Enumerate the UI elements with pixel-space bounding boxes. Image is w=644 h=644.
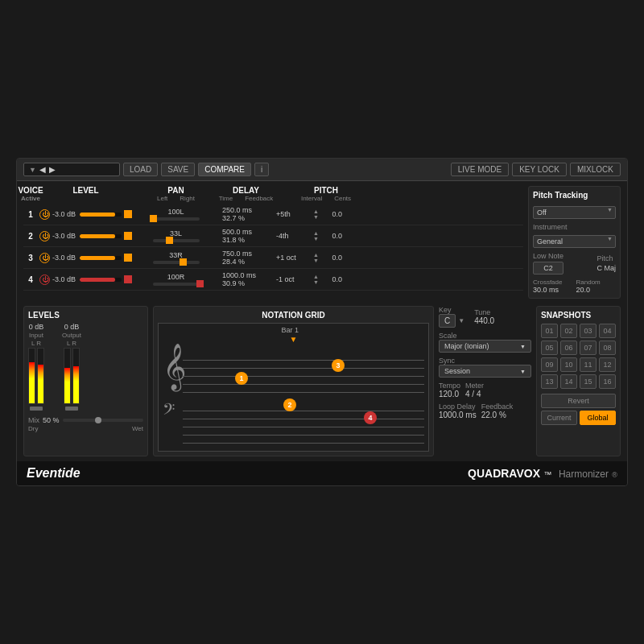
snapshot-btn-14[interactable]: 14 bbox=[560, 374, 577, 389]
low-note-pitch-row: Low Note C2 Pitch C Maj bbox=[533, 252, 616, 275]
mix-lock-button[interactable]: MIXLOCK bbox=[570, 163, 621, 176]
bass-line-4 bbox=[183, 435, 424, 436]
pitch-cell-1: +5th ▲▼ 0.0 bbox=[274, 208, 378, 220]
snapshot-btn-09[interactable]: 09 bbox=[541, 357, 558, 372]
mix-row: Mix 50 % bbox=[28, 416, 143, 424]
voice-col-header: VOICE Active bbox=[23, 186, 38, 202]
snapshot-btn-16[interactable]: 16 bbox=[599, 374, 616, 389]
snapshot-btn-10[interactable]: 10 bbox=[560, 357, 577, 372]
pan-thumb-3[interactable] bbox=[180, 258, 187, 266]
level-indicator-4[interactable] bbox=[124, 275, 132, 283]
preset-selector[interactable]: ▼ ◀ ▶ bbox=[23, 163, 120, 176]
pan-thumb-1[interactable] bbox=[150, 215, 157, 222]
key-scale-panel: Key C ▼ Tune 440.0 Scale Major (Ionian)▼ bbox=[439, 306, 531, 456]
loop-feedback-label: Feedback bbox=[481, 402, 514, 411]
live-mode-button[interactable]: LIVE MODE bbox=[451, 163, 509, 176]
output-meter-L bbox=[64, 348, 71, 404]
output-meter-col: 0 dB Output L R bbox=[62, 323, 81, 412]
compare-button[interactable]: COMPARE bbox=[198, 163, 251, 176]
snapshot-btn-05[interactable]: 05 bbox=[541, 341, 558, 355]
low-note-value[interactable]: C2 bbox=[533, 262, 564, 275]
tune-value: 440.0 bbox=[474, 316, 494, 325]
staff-line-4 bbox=[183, 384, 424, 385]
pitch-arrows-2[interactable]: ▲▼ bbox=[313, 230, 319, 242]
power-btn-1[interactable]: ⏻ bbox=[39, 209, 50, 220]
key-select[interactable]: C bbox=[439, 314, 456, 328]
snapshot-btn-01[interactable]: 01 bbox=[541, 324, 558, 338]
voice-num-2: 2 bbox=[23, 232, 38, 241]
pan-track-2[interactable] bbox=[153, 239, 200, 242]
product-name: QUADRAVOX bbox=[468, 467, 540, 480]
note-3[interactable]: 3 bbox=[332, 359, 345, 372]
pan-thumb-2[interactable] bbox=[166, 237, 173, 244]
pan-track-1[interactable] bbox=[153, 217, 200, 221]
snapshot-btn-11[interactable]: 11 bbox=[580, 357, 597, 372]
info-button[interactable]: i bbox=[254, 163, 269, 176]
load-button[interactable]: LOAD bbox=[123, 163, 158, 176]
output-db: 0 dB bbox=[64, 323, 80, 331]
snapshot-btn-04[interactable]: 04 bbox=[599, 324, 616, 338]
voice-active-4: ⏻ -3.0 dB bbox=[39, 275, 132, 285]
meters-row: 0 dB Input L R 0 dB bbox=[28, 323, 143, 412]
snapshot-btn-02[interactable]: 02 bbox=[560, 324, 577, 338]
pan-track-4[interactable] bbox=[153, 283, 200, 286]
dry-label: Dry bbox=[28, 425, 38, 432]
output-label: Output bbox=[62, 332, 81, 339]
snapshot-btn-06[interactable]: 06 bbox=[560, 341, 577, 355]
instrument-select[interactable]: General bbox=[533, 235, 616, 248]
pitch-arrows-3[interactable]: ▲▼ bbox=[313, 252, 319, 263]
revert-button[interactable]: Revert bbox=[541, 394, 616, 408]
snapshot-btn-03[interactable]: 03 bbox=[580, 324, 597, 338]
level-indicator-2[interactable] bbox=[124, 232, 132, 240]
pitch-arrows-1[interactable]: ▲▼ bbox=[313, 208, 319, 220]
input-fader[interactable] bbox=[30, 407, 43, 411]
delay-feedback-2: 31.8 % bbox=[222, 236, 245, 244]
power-btn-3[interactable]: ⏻ bbox=[39, 253, 50, 263]
harmonizer-label: Harmonizer bbox=[559, 469, 609, 480]
input-meter-R bbox=[37, 348, 44, 404]
loop-delay-value: 1000.0 ms bbox=[439, 411, 477, 419]
level-indicator-3[interactable] bbox=[124, 254, 132, 262]
feedback-group: Feedback 22.0 % bbox=[481, 402, 514, 419]
tempo-value: 120.0 bbox=[439, 390, 460, 398]
tracking-select-wrap[interactable]: Off bbox=[533, 204, 616, 219]
delay-time-1: 250.0 ms bbox=[222, 206, 252, 214]
mix-slider[interactable] bbox=[63, 419, 143, 422]
voice-rows: 1 ⏻ -3.0 dB 100L 250.0 ms 32.7 % +5th ▲▼… bbox=[23, 204, 523, 291]
power-btn-2[interactable]: ⏻ bbox=[39, 231, 50, 242]
tracking-select[interactable]: Off bbox=[533, 206, 616, 219]
save-button[interactable]: SAVE bbox=[161, 163, 195, 176]
sync-select[interactable]: Session▼ bbox=[439, 365, 531, 378]
note-1[interactable]: 1 bbox=[235, 372, 248, 385]
notation-grid[interactable]: Bar 1 ▼ 𝄞 𝄢 1 2 3 bbox=[158, 323, 429, 452]
pan-thumb-4[interactable] bbox=[196, 280, 204, 287]
snapshot-btn-07[interactable]: 07 bbox=[580, 341, 597, 355]
key-lock-button[interactable]: KEY LOCK bbox=[512, 163, 567, 176]
note-4[interactable]: 4 bbox=[364, 411, 377, 424]
level-db-1: -3.0 dB bbox=[52, 210, 76, 218]
preset-nav-back[interactable]: ◀ bbox=[39, 165, 46, 174]
pitch-tracking-panel: Pitch Tracking Off Instrument General bbox=[528, 186, 621, 299]
snapshot-btn-13[interactable]: 13 bbox=[541, 374, 558, 389]
voice-row-4: 4 ⏻ -3.0 dB 100R 1000.0 ms 30.9 % -1 oct… bbox=[23, 269, 523, 291]
pitch-arrows-4[interactable]: ▲▼ bbox=[313, 274, 319, 285]
current-button[interactable]: Current bbox=[541, 411, 577, 425]
scale-row: Scale Major (Ionian)▼ bbox=[439, 332, 531, 353]
pan-track-3[interactable] bbox=[153, 261, 200, 264]
instrument-row: Instrument General bbox=[533, 223, 616, 248]
output-fader[interactable] bbox=[65, 407, 78, 411]
pitch-tracking-title: Pitch Tracking bbox=[533, 191, 616, 200]
level-bar-1 bbox=[80, 213, 122, 217]
snapshot-btn-12[interactable]: 12 bbox=[599, 357, 616, 372]
instrument-select-wrap[interactable]: General bbox=[533, 233, 616, 248]
power-btn-4[interactable]: ⏻ bbox=[39, 275, 50, 285]
snapshot-btn-08[interactable]: 08 bbox=[599, 341, 616, 355]
scale-select[interactable]: Major (Ionian)▼ bbox=[439, 340, 531, 353]
note-2[interactable]: 2 bbox=[283, 398, 296, 411]
global-button[interactable]: Global bbox=[580, 411, 616, 425]
snapshot-btn-15[interactable]: 15 bbox=[580, 374, 597, 389]
preset-nav-fwd[interactable]: ▶ bbox=[49, 165, 56, 174]
level-indicator-1[interactable] bbox=[124, 210, 132, 218]
top-bar: ▼ ◀ ▶ LOAD SAVE COMPARE i LIVE MODE KEY … bbox=[17, 159, 627, 181]
delay-cell-4: 1000.0 ms 30.9 % bbox=[220, 271, 272, 287]
